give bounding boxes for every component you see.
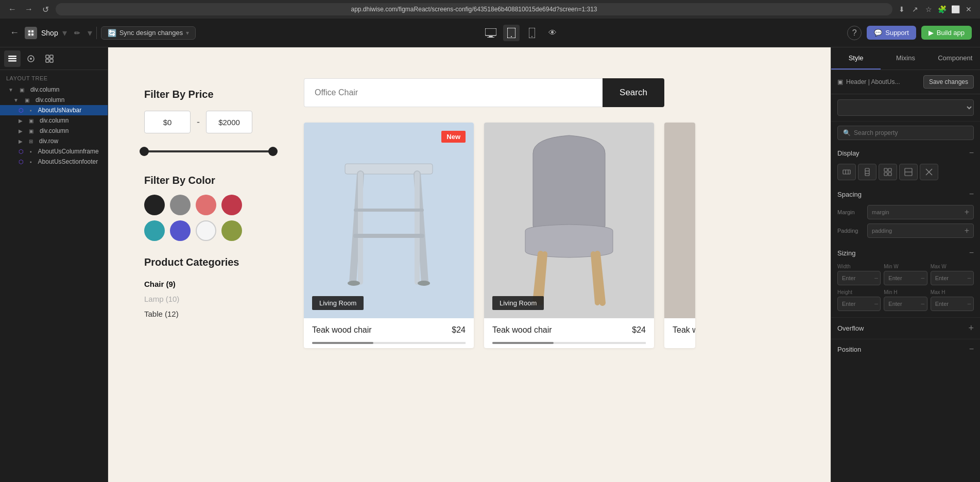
svg-point-11	[531, 36, 532, 37]
edit-icon[interactable]: ✏	[71, 27, 83, 39]
div-icon-1: ▣	[20, 87, 24, 93]
margin-input[interactable]	[872, 209, 903, 215]
price-max-input[interactable]	[206, 111, 252, 133]
support-icon: 💬	[874, 29, 882, 37]
svg-point-16	[30, 58, 32, 60]
color-grid	[144, 195, 278, 241]
tree-item-div-column-4[interactable]: ▶ ▣ div.column	[0, 126, 108, 136]
slider-thumb-right[interactable]	[268, 147, 278, 156]
refresh-button[interactable]: ↺	[39, 3, 51, 15]
display-flex-row-btn[interactable]	[837, 164, 856, 180]
search-property-icon: 🔍	[843, 129, 851, 136]
slider-track	[144, 150, 273, 152]
maxw-input[interactable]	[935, 275, 967, 281]
tree-item-div-row[interactable]: ▶ ⊞ div.row	[0, 136, 108, 146]
category-chair[interactable]: Chair (9)	[144, 277, 278, 291]
product-image-2[interactable]: Living Room	[484, 123, 654, 318]
svg-rect-7	[487, 37, 494, 38]
color-swatch-black[interactable]	[144, 195, 165, 215]
edit-dropdown-icon[interactable]: ▾	[88, 27, 92, 39]
product-chair-svg-2	[484, 123, 654, 318]
maxh-input[interactable]	[935, 301, 967, 307]
padding-input[interactable]	[872, 228, 903, 234]
color-swatch-crimson[interactable]	[221, 195, 242, 215]
back-button[interactable]: ←	[6, 3, 19, 15]
price-min-input[interactable]	[144, 111, 191, 133]
display-flex-col-btn[interactable]	[858, 164, 876, 180]
position-section: Position −	[831, 339, 980, 359]
height-input[interactable]	[842, 301, 874, 307]
url-bar[interactable]	[56, 3, 892, 15]
shop-icon	[25, 27, 37, 39]
display-none-btn[interactable]	[920, 164, 938, 180]
display-grid-btn[interactable]	[879, 164, 897, 180]
search-input[interactable]	[304, 78, 603, 107]
product-image-3[interactable]	[664, 123, 695, 318]
canvas-area: Filter By Price - Filter By Color	[108, 47, 831, 482]
mixin-select[interactable]	[837, 99, 974, 116]
toolbar-right: ? 💬 Support ▶ Build app	[847, 26, 972, 40]
slider-thumb-left[interactable]	[140, 147, 149, 156]
toolbar-back-button[interactable]: ←	[8, 27, 21, 39]
padding-row: Padding +	[837, 223, 974, 238]
sizing-field-minh: Min H −	[884, 289, 927, 311]
color-swatch-white[interactable]	[196, 220, 216, 241]
color-swatch-teal[interactable]	[144, 220, 165, 241]
svg-rect-2	[31, 30, 33, 32]
shop-dropdown-icon[interactable]: ▾	[62, 27, 67, 39]
tablet-view-button[interactable]	[503, 25, 520, 41]
category-lamp[interactable]: Lamp (10)	[144, 291, 278, 306]
tab-style[interactable]: Style	[831, 47, 881, 70]
spacing-collapse-btn[interactable]: −	[969, 190, 974, 199]
sizing-grid: Width − Min W − Max W	[831, 262, 980, 317]
support-button[interactable]: 💬 Support	[867, 26, 916, 40]
product-image-1[interactable]: New Living Room	[304, 123, 474, 318]
maxh-label: Max H	[931, 289, 974, 295]
category-table[interactable]: Table (12)	[144, 306, 278, 321]
help-button[interactable]: ?	[847, 26, 862, 40]
color-swatch-salmon[interactable]	[196, 195, 216, 215]
tree-label-1: div.column	[30, 86, 59, 93]
layers-icon-btn[interactable]	[4, 50, 21, 67]
tree-item-div-column-3[interactable]: ▶ ▣ div.column	[0, 115, 108, 126]
build-app-button[interactable]: ▶ Build app	[921, 26, 972, 40]
width-input[interactable]	[842, 275, 874, 281]
display-collapse-btn[interactable]: −	[969, 148, 974, 158]
desktop-view-button[interactable]	[483, 25, 499, 41]
minh-input[interactable]	[888, 301, 920, 307]
mobile-view-button[interactable]	[524, 25, 540, 41]
search-property-wrap[interactable]: 🔍	[837, 126, 974, 140]
pages-icon-btn[interactable]	[23, 50, 39, 67]
extensions-icon: 🧩	[937, 4, 947, 14]
search-button[interactable]: Search	[603, 78, 664, 107]
sizing-collapse-btn[interactable]: −	[969, 248, 974, 257]
position-collapse-btn[interactable]: −	[969, 345, 974, 354]
overflow-add-btn[interactable]: +	[968, 323, 974, 334]
color-swatch-olive[interactable]	[221, 220, 242, 241]
margin-add-btn[interactable]: +	[965, 208, 969, 217]
display-block-btn[interactable]	[899, 164, 918, 180]
minw-input[interactable]	[888, 275, 920, 281]
spacing-title: Spacing	[837, 191, 862, 198]
color-swatch-gray[interactable]	[170, 195, 191, 215]
svg-rect-17	[46, 55, 49, 58]
price-slider[interactable]	[144, 144, 273, 159]
tree-item-sectionfooter[interactable]: ⬡ ▪ AboutUsSectionfooter	[0, 157, 108, 167]
tree-item-div-column-2[interactable]: ▼ ▣ div.column	[0, 95, 108, 105]
tab-component[interactable]: Component	[931, 47, 980, 70]
assets-icon-btn[interactable]	[41, 50, 58, 67]
tree-item-div-column-1[interactable]: ▼ ▣ div.column	[0, 84, 108, 95]
save-changes-button[interactable]: Save changes	[923, 75, 974, 89]
svg-point-28	[348, 281, 360, 286]
tree-item-columnframe[interactable]: ⬡ ▪ AboutUsColumnframe	[0, 146, 108, 157]
search-property-input[interactable]	[854, 129, 968, 136]
padding-add-btn[interactable]: +	[965, 226, 969, 235]
sync-icon: 🔄	[108, 29, 116, 37]
preview-button[interactable]: 👁	[544, 25, 561, 41]
tree-item-aboutusnavbar[interactable]: ⬡ ▪ AboutUsNavbar	[0, 105, 108, 115]
tab-mixins[interactable]: Mixins	[881, 47, 930, 70]
sync-button[interactable]: 🔄 Sync design changes ▾	[101, 26, 196, 40]
forward-button[interactable]: →	[23, 3, 35, 15]
color-swatch-purple[interactable]	[170, 220, 191, 241]
spacing-section-header: Spacing −	[831, 185, 980, 203]
